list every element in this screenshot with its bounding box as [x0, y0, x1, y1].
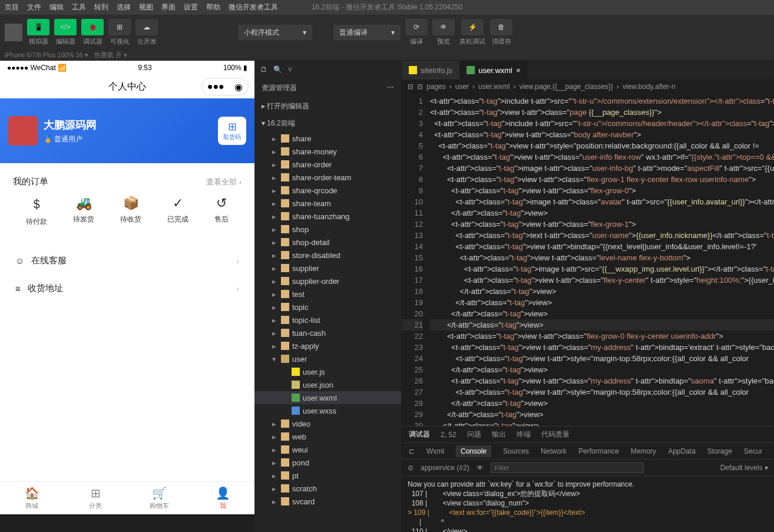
close-icon[interactable]: ×	[516, 66, 521, 75]
tree-item[interactable]: user.wxml	[254, 391, 401, 404]
tree-item[interactable]: user.js	[254, 365, 401, 378]
open-editors-section[interactable]: ▸ 打开的编辑器	[254, 98, 401, 115]
tree-item[interactable]: ▸web	[254, 430, 401, 443]
tree-item[interactable]: ▸tuan-cash	[254, 326, 401, 339]
devtools-tab[interactable]: Wxml	[426, 447, 444, 455]
tree-item[interactable]: ▸video	[254, 417, 401, 430]
visual-button[interactable]: ⊞	[108, 19, 131, 35]
remote-button[interactable]: ⚡	[461, 19, 484, 35]
order-item[interactable]: 📦待收货	[120, 196, 141, 227]
capsule-button[interactable]: ●●●◉	[201, 78, 249, 95]
panel-tab[interactable]: 问题	[467, 429, 481, 440]
tree-item[interactable]: ▸pond	[254, 456, 401, 469]
menu-item[interactable]: 界面	[161, 2, 176, 12]
tree-item[interactable]: ▸share-team	[254, 197, 401, 210]
tree-item[interactable]: user.wxss	[254, 404, 401, 417]
devtools-tab[interactable]: AppData	[668, 447, 696, 455]
search-icon[interactable]: 🔍	[273, 65, 282, 74]
breadcrumb-item[interactable]: view.page.{{__page_classes}}	[519, 82, 613, 91]
breadcrumb-item[interactable]: user	[455, 82, 469, 91]
order-item[interactable]: ✓已完成	[167, 196, 188, 227]
panel-tab[interactable]: 调试器	[409, 429, 430, 440]
devtools-tab[interactable]: Network	[541, 447, 567, 455]
panel-tab[interactable]: 输出	[492, 429, 506, 440]
tabbar-item[interactable]: 🛒购物车	[127, 482, 191, 514]
menu-item[interactable]: 选择	[117, 2, 131, 12]
devtools-tab[interactable]: Memory	[631, 447, 656, 455]
menu-item[interactable]: 页目	[5, 2, 19, 12]
tree-item[interactable]: ▸supplier	[254, 262, 401, 275]
tree-item[interactable]: user.json	[254, 378, 401, 391]
menu-item[interactable]: 工具	[72, 2, 86, 12]
branch-icon[interactable]: ⑂	[288, 65, 292, 74]
cloud-button[interactable]: ☁	[135, 19, 158, 35]
tree-item[interactable]: ▸share-order	[254, 158, 401, 171]
stop-icon[interactable]: ⊘	[408, 464, 414, 472]
toggle-icon[interactable]: ⊏	[409, 447, 415, 455]
tree-item[interactable]: ▸share-qrcode	[254, 184, 401, 197]
device-select[interactable]: iPhone 6/7/8 Plus 100% 16 ▾	[5, 51, 88, 59]
tree-item[interactable]: ▸test	[254, 288, 401, 300]
order-item[interactable]: ＄待付款	[26, 196, 47, 227]
tree-item[interactable]: ▸supplier-order	[254, 275, 401, 288]
simulator-button[interactable]: 📱	[27, 19, 49, 35]
devtools-tab[interactable]: Sources	[503, 447, 529, 455]
tree-item[interactable]: ▸topic-list	[254, 313, 401, 326]
menu-item[interactable]: 微信开发者工具	[229, 2, 278, 12]
list-item[interactable]: ≡收货地址›	[13, 275, 242, 302]
panel-tab[interactable]: 代码质量	[541, 429, 570, 440]
devtools-tab[interactable]: Storage	[707, 447, 732, 455]
tabbar-item[interactable]: 👤我	[191, 482, 254, 514]
tree-item[interactable]: ▸weui	[254, 443, 401, 456]
more-icon[interactable]: ⋯	[387, 83, 394, 93]
devtools-tab[interactable]: Secur	[744, 447, 762, 455]
editor-tab[interactable]: siteinfo.js	[402, 61, 459, 80]
debugger-button[interactable]: 🐞	[81, 19, 104, 35]
menu-item[interactable]: 设置	[184, 2, 198, 12]
context-select[interactable]: appservice (#2)	[421, 464, 469, 472]
tree-item[interactable]: ▸store-disabled	[254, 249, 401, 262]
tabbar-item[interactable]: ⊞分类	[64, 482, 127, 514]
breadcrumb-item[interactable]: user.wxml	[478, 82, 510, 91]
code-lines[interactable]: <t-attr">class="t-tag">include t-attr">s…	[430, 94, 774, 426]
list-item[interactable]: ☺在线客服›	[13, 247, 242, 275]
menu-item[interactable]: 编辑	[49, 2, 64, 12]
reload-toggle[interactable]: 热重载 开 ▾	[94, 51, 127, 60]
preview-button[interactable]: 👁	[432, 19, 455, 35]
files-icon[interactable]: 🗋	[260, 65, 267, 74]
devtools-tab[interactable]: Performance	[578, 447, 619, 455]
panel-tab[interactable]: 2, 52	[441, 431, 457, 439]
order-item[interactable]: 🚜待发货	[73, 196, 94, 227]
tabbar-item[interactable]: 🏠商城	[0, 482, 64, 514]
tree-item[interactable]: ▸topic	[254, 300, 401, 313]
qr-badge[interactable]: ⊞取货码	[218, 117, 246, 145]
editor-button[interactable]: </>	[54, 19, 77, 35]
tree-item[interactable]: ▸shop-detail	[254, 236, 401, 249]
order-item[interactable]: ↺售后	[214, 196, 229, 227]
editor-tab[interactable]: user.wxml×	[459, 61, 527, 80]
tree-item[interactable]: ▾user	[254, 352, 401, 365]
menu-item[interactable]: 视图	[139, 2, 153, 12]
tree-item[interactable]: ▸shop	[254, 223, 401, 236]
mode-dropdown[interactable]: 小程序模式▾	[238, 25, 312, 40]
tree-item[interactable]: ▸utils	[254, 508, 401, 509]
panel-tab[interactable]: 终端	[517, 429, 531, 440]
menu-item[interactable]: 文件	[27, 2, 41, 12]
tree-item[interactable]: ▸share-tuanzhang	[254, 210, 401, 223]
tree-item[interactable]: ▸scratch	[254, 482, 401, 495]
tree-item[interactable]: ▸pt	[254, 469, 401, 482]
root-folder[interactable]: ▾ 16.2前端	[254, 115, 401, 132]
tree-item[interactable]: ▸share	[254, 132, 401, 145]
eye-icon[interactable]: 👁	[477, 464, 484, 472]
levels-select[interactable]: Default levels ▾	[720, 464, 768, 472]
breadcrumb-item[interactable]: pages	[426, 82, 446, 91]
tree-item[interactable]: ▸share-order-team	[254, 171, 401, 184]
clear-button[interactable]: 🗑	[490, 19, 512, 35]
compile-button[interactable]: ⟳	[405, 19, 428, 35]
devtools-tab[interactable]: Console	[456, 445, 491, 457]
menu-item[interactable]: 帮助	[206, 2, 220, 12]
view-all-link[interactable]: 查看全部 ›	[206, 177, 242, 187]
breadcrumb-item[interactable]: view.body.after-n	[623, 82, 676, 91]
tree-item[interactable]: ▸tz-apply	[254, 339, 401, 352]
tree-item[interactable]: ▸svcard	[254, 495, 401, 508]
